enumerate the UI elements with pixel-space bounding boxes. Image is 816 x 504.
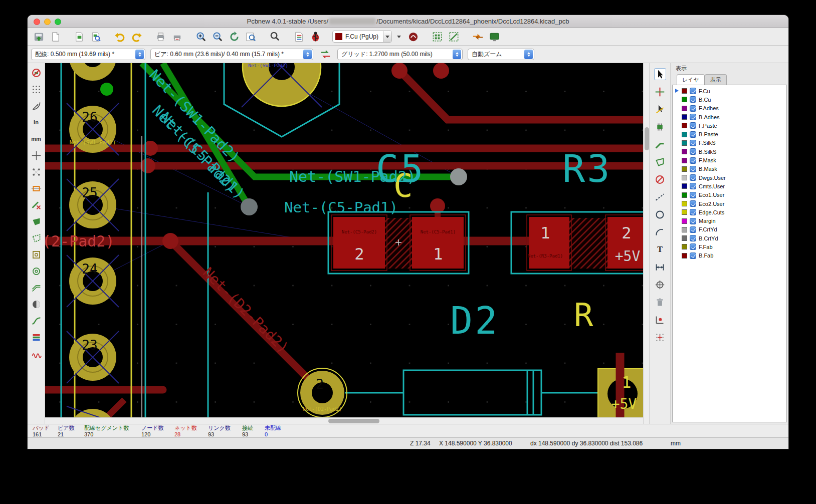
tab-layers[interactable]: レイヤ xyxy=(677,74,705,85)
layer-visibility-checkbox[interactable] xyxy=(690,96,696,103)
layer-visibility-checkbox[interactable] xyxy=(690,192,696,198)
layer-row[interactable]: B.CrtYd xyxy=(673,234,786,242)
layer-visibility-checkbox[interactable] xyxy=(690,88,696,94)
footprint-browser-icon[interactable] xyxy=(89,30,103,44)
add-dimension-icon[interactable] xyxy=(654,261,666,273)
add-target-icon[interactable] xyxy=(654,279,666,291)
zoom-redraw-icon[interactable] xyxy=(227,30,241,44)
polar-coords-icon[interactable] xyxy=(30,100,42,112)
layer-visibility-checkbox[interactable] xyxy=(690,105,696,112)
footprint-c5[interactable]: Net-(C5-Pad2) Net-(C5-Pad1) 2 1 xyxy=(328,212,469,274)
layer-color-swatch[interactable] xyxy=(682,166,687,172)
pcb-canvas[interactable]: Net-(SW1-Pad2) 26 Net-(SW1-Pad1) xyxy=(45,63,643,424)
layer-row[interactable]: Eco1.User xyxy=(673,191,786,199)
delete-icon[interactable] xyxy=(654,296,666,308)
save-icon[interactable] xyxy=(32,30,46,44)
layer-visibility-checkbox[interactable] xyxy=(690,243,696,250)
track-mode-icon[interactable] xyxy=(447,30,461,44)
pad-26[interactable]: 26 Net-(SW1-Pad1) xyxy=(67,103,119,155)
freeroute-icon[interactable] xyxy=(471,30,485,44)
add-line-icon[interactable] xyxy=(654,191,666,203)
drc-icon[interactable] xyxy=(308,30,322,44)
highlight-net-icon[interactable] xyxy=(654,86,666,98)
module-ratsnest-icon[interactable] xyxy=(30,182,42,194)
layer-visibility-checkbox[interactable] xyxy=(690,226,696,233)
layer-visibility-checkbox[interactable] xyxy=(690,140,696,146)
add-keepout-icon[interactable] xyxy=(654,173,666,185)
layer-visibility-checkbox[interactable] xyxy=(690,114,696,120)
layers-manager-toggle-icon[interactable] xyxy=(30,331,42,343)
layer-row[interactable]: F.Paste xyxy=(673,121,786,130)
d2-pad2[interactable]: 2 Net-(D2-Pad2) xyxy=(298,368,347,417)
redo-icon[interactable] xyxy=(129,30,143,44)
route-mode-icon[interactable] xyxy=(30,315,42,327)
via-size-select[interactable]: ビア: 0.60 mm (23.6 mils)/ 0.40 mm (15.7 m… xyxy=(150,49,313,60)
zoom-out-icon[interactable] xyxy=(211,30,225,44)
add-circle-icon[interactable] xyxy=(654,208,666,220)
add-zone-icon[interactable] xyxy=(654,156,666,168)
find-icon[interactable] xyxy=(268,30,282,44)
auto-track-width-icon[interactable] xyxy=(318,47,332,61)
track-width-select[interactable]: 配線: 0.500 mm (19.69 mils) * xyxy=(31,49,145,60)
zone-fill-icon[interactable] xyxy=(30,215,42,227)
zone-outline-icon[interactable] xyxy=(30,232,42,244)
layer-color-swatch[interactable] xyxy=(682,106,687,111)
grid-toggle-icon[interactable] xyxy=(30,83,42,95)
netlist-icon[interactable] xyxy=(292,30,306,44)
zoom-button[interactable] xyxy=(55,19,61,25)
layer-select[interactable]: F.Cu (PgUp) xyxy=(332,31,392,43)
layer-row[interactable]: B.Fab xyxy=(673,251,786,260)
layer-color-swatch[interactable] xyxy=(682,114,687,120)
cursor-shape-icon[interactable] xyxy=(30,149,42,161)
layer-row[interactable]: F.Mask xyxy=(673,156,786,164)
route-track-icon[interactable] xyxy=(654,138,666,150)
page-settings-icon[interactable] xyxy=(48,30,62,44)
microwave-tools-icon[interactable] xyxy=(406,30,420,44)
zoom-in-icon[interactable] xyxy=(194,30,208,44)
footprint-editor-icon[interactable] xyxy=(72,30,86,44)
zoom-fit-icon[interactable] xyxy=(244,30,258,44)
layer-color-swatch[interactable] xyxy=(682,253,687,259)
layer-row[interactable]: F.CrtYd xyxy=(673,225,786,234)
layer-row[interactable]: Eco2.User xyxy=(673,199,786,208)
high-contrast-icon[interactable] xyxy=(30,298,42,310)
close-button[interactable] xyxy=(34,19,40,25)
plot-icon[interactable] xyxy=(170,30,184,44)
drill-origin-icon[interactable] xyxy=(654,314,666,326)
via[interactable] xyxy=(241,198,258,215)
layer-row[interactable]: B.SilkS xyxy=(673,147,786,156)
horizontal-scrollbar[interactable] xyxy=(45,417,643,424)
vertical-scrollbar-thumb[interactable] xyxy=(645,127,649,150)
layer-color-swatch[interactable] xyxy=(682,209,687,215)
layer-visibility-checkbox[interactable] xyxy=(690,166,696,172)
layer-row[interactable]: B.Paste xyxy=(673,130,786,138)
layer-row[interactable]: F.SilkS xyxy=(673,139,786,147)
layer-row[interactable]: Cmts.User xyxy=(673,182,786,190)
layer-color-swatch[interactable] xyxy=(682,158,687,163)
pointer-icon[interactable] xyxy=(654,68,666,80)
layer-visibility-checkbox[interactable] xyxy=(690,253,696,259)
layer-visibility-checkbox[interactable] xyxy=(690,157,696,164)
layer-visibility-checkbox[interactable] xyxy=(690,131,696,138)
pad-25[interactable]: 25 xyxy=(67,179,119,231)
layer-row[interactable]: F.Fab xyxy=(673,242,786,251)
units-mm-icon[interactable]: mm xyxy=(30,133,42,145)
pad-24[interactable]: 24 xyxy=(67,255,119,307)
add-text-icon[interactable]: T xyxy=(654,243,666,256)
drc-toggle-icon[interactable] xyxy=(30,67,42,79)
layer-color-swatch[interactable] xyxy=(682,183,687,189)
minimize-button[interactable] xyxy=(44,19,51,25)
layer-row[interactable]: B.Cu xyxy=(673,95,786,104)
layer-row[interactable]: F.Adhes xyxy=(673,104,786,113)
layer-visibility-checkbox[interactable] xyxy=(690,218,696,224)
layer-color-swatch[interactable] xyxy=(682,123,687,128)
ratsnest-toggle-icon[interactable] xyxy=(30,166,42,178)
layer-color-swatch[interactable] xyxy=(682,201,687,206)
tab-render[interactable]: 表示 xyxy=(705,74,727,85)
layer-row[interactable]: B.Adhes xyxy=(673,113,786,121)
layer-dropdown-button[interactable] xyxy=(394,30,403,44)
via[interactable] xyxy=(450,168,467,185)
undo-icon[interactable] xyxy=(113,30,127,44)
units-inches-icon[interactable]: In xyxy=(30,116,42,128)
vertical-scrollbar[interactable] xyxy=(643,63,649,424)
